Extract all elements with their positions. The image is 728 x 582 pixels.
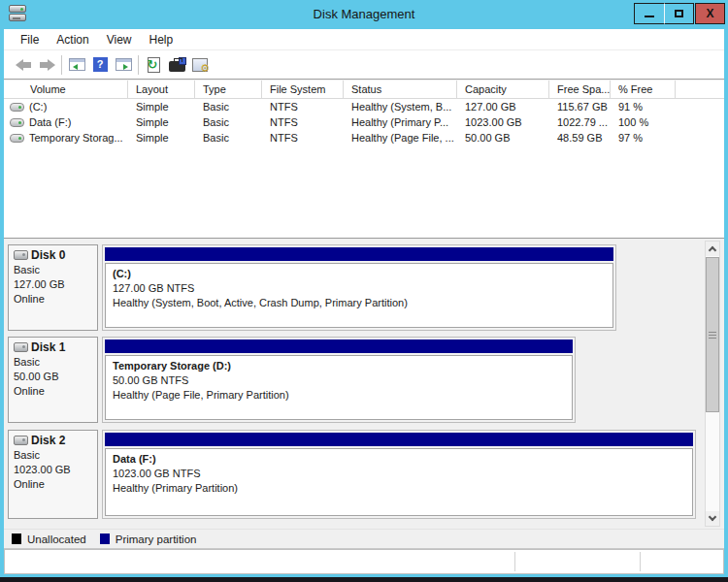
minimize-button[interactable] <box>634 3 664 24</box>
scrollbar-grip-icon <box>709 332 716 339</box>
rescan-disks-icon <box>169 61 185 72</box>
rescan-disks-button[interactable] <box>165 53 188 77</box>
volume-name: (C:) <box>29 99 47 114</box>
volume-type: Basic <box>195 114 262 130</box>
disk-0-row: Disk 0 Basic 127.00 GB Online (C:) 127.0… <box>4 244 724 331</box>
volume-freespace: 1022.79 ... <box>549 114 611 130</box>
back-icon <box>16 59 32 71</box>
disk-kind: Basic <box>14 263 92 277</box>
vertical-scrollbar[interactable] <box>705 241 720 527</box>
refresh-button[interactable]: ↻ <box>142 53 165 77</box>
unallocated-label: Unallocated <box>27 534 86 545</box>
disk-name: Disk 1 <box>31 340 65 354</box>
menu-file[interactable]: File <box>12 31 48 48</box>
volume-list-pane: Volume Layout Type File System Status Ca… <box>4 81 724 239</box>
disk-size: 127.00 GB <box>14 277 92 292</box>
volume-icon <box>10 103 24 112</box>
refresh-icon: ↻ <box>148 57 160 73</box>
disk-2-label[interactable]: Disk 2 Basic 1023.00 GB Online <box>8 430 98 519</box>
volume-icon <box>10 118 24 127</box>
volume-pctfree: 100 % <box>611 114 676 130</box>
disk-state: Online <box>14 384 92 399</box>
back-button[interactable] <box>12 53 35 77</box>
partition-size: 1023.00 GB NTFS <box>113 467 692 481</box>
column-header-pctfree[interactable]: % Free <box>611 81 676 99</box>
column-header-filler <box>676 81 724 99</box>
partition-d[interactable]: Temporary Storage (D:) 50.00 GB NTFS Hea… <box>102 337 576 423</box>
menu-help[interactable]: Help <box>141 31 182 48</box>
window-controls: X <box>634 3 725 24</box>
primary-partition-color-bar <box>105 340 573 353</box>
volume-status: Healthy (Page File, ... <box>344 130 457 146</box>
disk-state: Online <box>14 292 92 307</box>
disk-size: 1023.00 GB <box>14 463 92 477</box>
primary-partition-color-bar <box>105 247 613 261</box>
disk-name: Disk 0 <box>31 248 65 262</box>
column-header-status[interactable]: Status <box>344 81 457 99</box>
volume-name: Data (F:) <box>29 114 71 130</box>
maximize-button[interactable] <box>664 3 694 24</box>
column-header-freespace[interactable]: Free Spa... <box>549 81 611 99</box>
volume-freespace: 115.67 GB <box>549 99 611 114</box>
disk-icon <box>14 342 28 352</box>
volume-name: Temporary Storag... <box>29 130 123 146</box>
toolbar-separator <box>138 55 139 75</box>
statusbar-separator <box>514 552 515 571</box>
partition-label: Temporary Storage (D:) <box>113 359 572 373</box>
help-button[interactable]: ? <box>88 53 112 77</box>
partition-health: Healthy (Page File, Primary Partition) <box>113 388 572 403</box>
partition-f[interactable]: Data (F:) 1023.00 GB NTFS Healthy (Prima… <box>102 430 696 519</box>
toolbar-separator <box>61 55 62 75</box>
column-header-filesystem[interactable]: File System <box>262 81 344 99</box>
titlebar[interactable]: Disk Management X <box>0 0 728 29</box>
client-area: File Action View Help ? ↻ ⚙ Volume Layou… <box>4 29 724 574</box>
disk-0-label[interactable]: Disk 0 Basic 127.00 GB Online <box>8 244 98 331</box>
primary-partition-color-bar <box>105 433 693 446</box>
show-action-pane-button[interactable] <box>112 53 135 77</box>
menu-view[interactable]: View <box>98 31 141 48</box>
volume-layout: Simple <box>128 114 195 130</box>
volume-type: Basic <box>195 130 262 146</box>
disk-size: 50.00 GB <box>14 370 92 384</box>
action-pane-icon <box>116 58 132 71</box>
partition-label: Data (F:) <box>113 452 692 467</box>
primary-partition-label: Primary partition <box>116 534 197 545</box>
scrollbar-thumb[interactable] <box>706 257 719 412</box>
disk-1-row: Disk 1 Basic 50.00 GB Online Temporary S… <box>4 337 724 423</box>
disk-name: Disk 2 <box>31 434 65 447</box>
volume-row-temp-storage[interactable]: Temporary Storag... Simple Basic NTFS He… <box>4 130 724 146</box>
volume-capacity: 1023.00 GB <box>457 114 549 130</box>
disk-state: Online <box>14 477 92 492</box>
scroll-up-button[interactable] <box>706 242 719 256</box>
volume-row-c[interactable]: (C:) Simple Basic NTFS Healthy (System, … <box>4 99 724 114</box>
volume-row-data-f[interactable]: Data (F:) Simple Basic NTFS Healthy (Pri… <box>4 114 724 130</box>
volume-pctfree: 91 % <box>611 99 676 114</box>
menu-action[interactable]: Action <box>48 31 97 48</box>
volume-layout: Simple <box>128 99 195 114</box>
close-button[interactable]: X <box>695 3 725 24</box>
primary-partition-swatch <box>100 534 110 544</box>
partition-c[interactable]: (C:) 127.00 GB NTFS Healthy (System, Boo… <box>102 244 616 331</box>
volume-filesystem: NTFS <box>262 114 344 130</box>
partition-health: Healthy (System, Boot, Active, Crash Dum… <box>113 296 612 310</box>
legend-bar: Unallocated Primary partition <box>4 529 724 549</box>
disk-1-label[interactable]: Disk 1 Basic 50.00 GB Online <box>8 337 98 423</box>
maximize-icon <box>675 10 683 17</box>
disk-2-row: Disk 2 Basic 1023.00 GB Online Data (F:)… <box>4 430 724 519</box>
forward-button[interactable] <box>35 53 58 77</box>
column-header-volume[interactable]: Volume <box>4 81 128 99</box>
disk-management-window: Disk Management X File Action View Help … <box>0 0 728 582</box>
menubar: File Action View Help <box>4 29 724 49</box>
volume-status: Healthy (System, B... <box>344 99 457 114</box>
column-header-layout[interactable]: Layout <box>128 81 195 99</box>
column-header-capacity[interactable]: Capacity <box>457 81 549 99</box>
show-console-tree-button[interactable] <box>65 53 88 77</box>
minimize-icon <box>645 16 654 17</box>
disk-graph-pane: Disk 0 Basic 127.00 GB Online (C:) 127.0… <box>4 239 724 529</box>
properties-button[interactable]: ⚙ <box>188 53 212 77</box>
column-header-type[interactable]: Type <box>195 81 262 99</box>
console-tree-icon <box>69 58 85 71</box>
help-icon: ? <box>93 57 108 72</box>
volume-icon <box>10 134 24 143</box>
scroll-down-button[interactable] <box>706 511 719 526</box>
